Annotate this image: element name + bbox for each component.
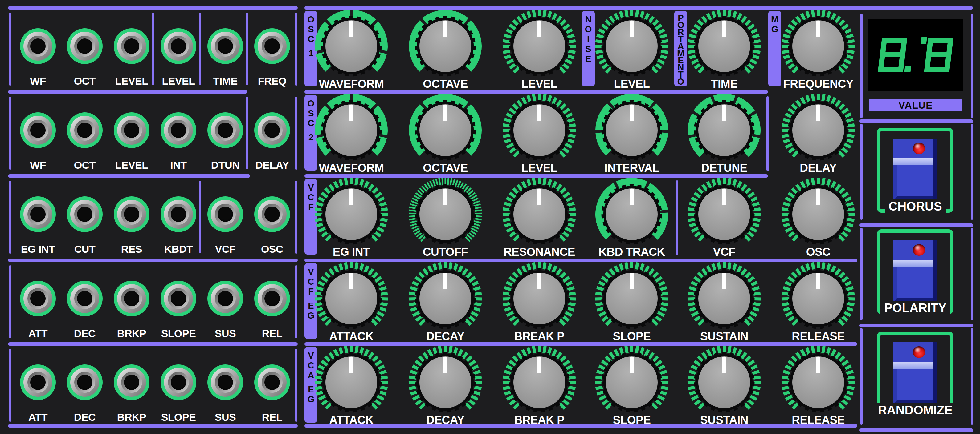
patch-jack-int-r2[interactable] bbox=[161, 112, 196, 148]
patch-jack-att-r4[interactable] bbox=[20, 281, 56, 317]
knob-osc-1-octave[interactable] bbox=[405, 6, 485, 86]
button-chorus[interactable] bbox=[893, 138, 937, 201]
section-strip-letter: O bbox=[585, 24, 592, 34]
jack-hole bbox=[124, 291, 139, 306]
knob-vcf-kbd-track[interactable] bbox=[592, 174, 672, 254]
knob-osc-2-interval[interactable] bbox=[592, 90, 672, 170]
knob-osc-1-waveform[interactable] bbox=[311, 6, 391, 86]
patch-jack-delay-r2[interactable] bbox=[254, 112, 290, 148]
patch-jack-dtun-r2[interactable] bbox=[207, 112, 243, 148]
knob-vcf-eg-attack[interactable] bbox=[311, 258, 391, 339]
patch-jack-dec-r4[interactable] bbox=[67, 281, 103, 317]
patch-jack-wf-r1[interactable] bbox=[20, 29, 56, 64]
patch-jack-level-r1[interactable] bbox=[161, 29, 196, 64]
knob-vca-eg-break-p[interactable] bbox=[499, 342, 579, 422]
patch-jack-sus-r4[interactable] bbox=[207, 281, 243, 317]
panel-border bbox=[8, 6, 298, 10]
knob-dial bbox=[499, 258, 579, 339]
patchbay-divider bbox=[199, 181, 201, 253]
knob-label: DELAY bbox=[770, 162, 866, 174]
patch-jack-osc-r3[interactable] bbox=[254, 196, 290, 232]
knob-osc-2-level[interactable] bbox=[499, 90, 579, 170]
jack-hole bbox=[264, 375, 280, 390]
patch-jack-eg-int-r3[interactable] bbox=[20, 196, 56, 232]
button-label-text: CHORUS bbox=[885, 200, 945, 213]
patch-jack-vcf-r3[interactable] bbox=[207, 196, 243, 232]
patch-jack-rel-r5[interactable] bbox=[254, 364, 290, 400]
button-randomize[interactable] bbox=[893, 342, 937, 405]
patch-jack-time-r1[interactable] bbox=[207, 29, 243, 64]
section-strip-letter: E bbox=[585, 54, 591, 64]
patch-label: SUS bbox=[199, 411, 251, 423]
knob-dial bbox=[778, 90, 858, 170]
knob-vcf-eg-decay[interactable] bbox=[405, 258, 485, 339]
knob-row3-osc[interactable] bbox=[778, 174, 858, 254]
knob-osc-2-waveform[interactable] bbox=[311, 90, 391, 170]
jack-hole bbox=[264, 38, 280, 54]
panel-border bbox=[859, 324, 973, 327]
patch-label: BRKP bbox=[105, 411, 158, 423]
jack-hole bbox=[30, 375, 46, 390]
patch-jack-brkp-r4[interactable] bbox=[114, 281, 150, 317]
jack-hole bbox=[171, 38, 186, 54]
patch-jack-kbdt-r3[interactable] bbox=[161, 196, 196, 232]
knob-noise-level[interactable] bbox=[592, 6, 672, 86]
knob-dial bbox=[592, 174, 672, 254]
patch-jack-level-r2[interactable] bbox=[114, 112, 150, 148]
patch-jack-res-r3[interactable] bbox=[114, 196, 150, 232]
knob-label: TIME bbox=[676, 78, 772, 90]
jack-hole bbox=[30, 291, 46, 306]
patchbay-divider bbox=[246, 13, 248, 85]
button-bevel-band bbox=[893, 260, 932, 266]
knob-label: OSC bbox=[770, 246, 866, 258]
knob-label: SUSTAIN bbox=[676, 330, 772, 343]
jack-hole bbox=[77, 375, 92, 390]
patch-jack-freq-r1[interactable] bbox=[254, 29, 290, 64]
button-label: RANDOMIZE bbox=[874, 403, 956, 417]
knob-label: FREQUENCY bbox=[770, 78, 866, 90]
knob-osc-2-octave[interactable] bbox=[405, 90, 485, 170]
knob-mg-frequency[interactable] bbox=[778, 6, 858, 86]
patch-label: LEVEL bbox=[152, 75, 205, 87]
jack-hole bbox=[124, 38, 139, 54]
knob-row2-delay[interactable] bbox=[778, 90, 858, 170]
knob-vcf-eg-release[interactable] bbox=[778, 258, 858, 339]
knob-osc-2-detune[interactable] bbox=[684, 90, 764, 170]
patch-label: OCT bbox=[59, 75, 111, 87]
panel-border bbox=[295, 265, 298, 338]
knob-vca-eg-slope[interactable] bbox=[592, 342, 672, 422]
patch-jack-oct-r2[interactable] bbox=[67, 112, 103, 148]
knob-vcf-eg-sustain[interactable] bbox=[684, 258, 764, 339]
knob-vcf-eg-int[interactable] bbox=[311, 174, 391, 254]
knob-osc-1-level[interactable] bbox=[499, 6, 579, 86]
knob-vcf-eg-slope[interactable] bbox=[592, 258, 672, 339]
knob-dial bbox=[778, 342, 858, 422]
patch-jack-dec-r5[interactable] bbox=[67, 364, 103, 400]
knob-label: WAVEFORM bbox=[304, 78, 399, 90]
knob-vca-eg-release[interactable] bbox=[778, 342, 858, 422]
patch-jack-level-r1[interactable] bbox=[114, 29, 150, 64]
patch-jack-cut-r3[interactable] bbox=[67, 196, 103, 232]
button-front-face bbox=[893, 369, 932, 405]
patch-jack-rel-r4[interactable] bbox=[254, 281, 290, 317]
patch-jack-slope-r5[interactable] bbox=[161, 364, 196, 400]
patch-label: OCT bbox=[59, 159, 111, 171]
patch-jack-brkp-r5[interactable] bbox=[114, 364, 150, 400]
knob-label: ATTACK bbox=[304, 414, 399, 427]
patch-jack-slope-r4[interactable] bbox=[161, 281, 196, 317]
knob-row3-vcf[interactable] bbox=[684, 174, 764, 254]
knob-portamento-time[interactable] bbox=[684, 6, 764, 86]
panel-border bbox=[8, 342, 298, 346]
knob-vcf-resonance[interactable] bbox=[499, 174, 579, 254]
knob-vcf-cutoff[interactable] bbox=[405, 174, 485, 254]
patch-jack-oct-r1[interactable] bbox=[67, 29, 103, 64]
patch-jack-att-r5[interactable] bbox=[20, 364, 56, 400]
button-polarity[interactable] bbox=[893, 240, 937, 303]
patch-jack-sus-r5[interactable] bbox=[207, 364, 243, 400]
knob-vca-eg-sustain[interactable] bbox=[684, 342, 764, 422]
knob-vca-eg-decay[interactable] bbox=[405, 342, 485, 422]
knob-vcf-eg-break-p[interactable] bbox=[499, 258, 579, 339]
knob-vca-eg-attack[interactable] bbox=[311, 342, 391, 422]
jack-hole bbox=[124, 206, 139, 222]
patch-jack-wf-r2[interactable] bbox=[20, 112, 56, 148]
